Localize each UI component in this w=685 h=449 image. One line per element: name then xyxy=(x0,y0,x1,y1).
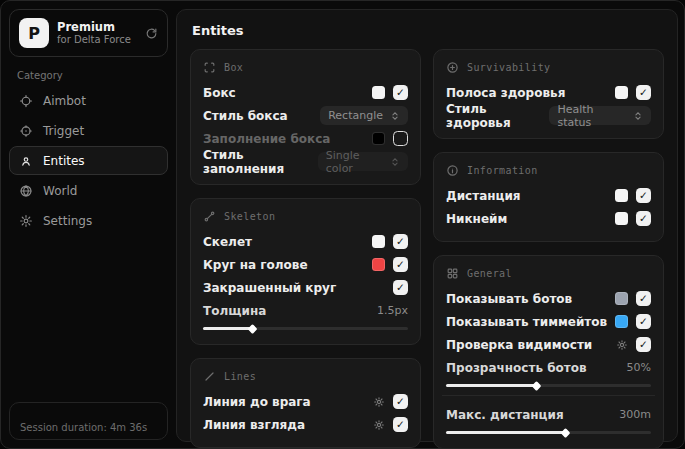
setting-label: Показывать ботов xyxy=(446,292,572,306)
checkbox[interactable] xyxy=(393,85,408,100)
row-controls xyxy=(372,234,408,249)
checkbox[interactable] xyxy=(393,257,408,272)
panel-information-header: Information xyxy=(446,164,651,177)
panel-title: Skeleton xyxy=(224,211,275,222)
checkbox[interactable] xyxy=(393,280,408,295)
row-settings-gear-icon[interactable] xyxy=(373,396,385,408)
checkbox[interactable] xyxy=(636,211,651,226)
panel-title: General xyxy=(467,268,512,279)
session-duration-text: Session duration: 4m 36s xyxy=(20,422,147,433)
row-controls xyxy=(615,211,651,226)
setting-row-head-circle: Круг на голове xyxy=(203,253,408,276)
select-value: Health status xyxy=(557,103,626,129)
slider-value: 1.5px xyxy=(377,304,408,317)
setting-label: Стиль здоровья xyxy=(446,102,549,130)
category-label: Category xyxy=(17,70,160,81)
setting-label: Проверка видимости xyxy=(446,338,592,352)
sidebar: P Premium for Delta Force Category Aimbo… xyxy=(1,1,176,448)
checkbox[interactable] xyxy=(393,394,408,409)
setting-label: Макс. дистанция xyxy=(446,408,564,422)
select-value: Rectangle xyxy=(328,109,383,122)
panel-title: Information xyxy=(467,165,538,176)
color-swatch[interactable] xyxy=(615,86,628,99)
setting-row-bot-opacity: Прозрачность ботов 50% xyxy=(446,356,651,379)
gear-icon xyxy=(19,214,33,228)
slider-fill xyxy=(446,431,565,434)
color-swatch[interactable] xyxy=(372,86,385,99)
box-style-select[interactable]: Rectangle xyxy=(320,106,408,125)
color-swatch[interactable] xyxy=(615,189,628,202)
session-duration-badge: Session duration: 4m 36s xyxy=(9,402,168,440)
panel-title: Lines xyxy=(224,371,256,382)
setting-label: Стиль бокса xyxy=(203,109,288,123)
setting-row-filled-circle: Закрашенный круг xyxy=(203,276,408,299)
setting-label: Показывать тиммейтов xyxy=(446,315,607,329)
setting-label: Стиль заполнения xyxy=(203,148,318,176)
color-swatch[interactable] xyxy=(372,132,385,145)
panel-title: Survivability xyxy=(467,62,550,73)
app-logo: P xyxy=(19,18,49,48)
row-controls xyxy=(372,257,408,272)
thickness-slider[interactable] xyxy=(203,327,408,330)
checkbox[interactable] xyxy=(636,291,651,306)
slider-value: 300m xyxy=(619,408,651,421)
checkbox[interactable] xyxy=(636,314,651,329)
setting-label: Круг на голове xyxy=(203,258,308,272)
color-swatch[interactable] xyxy=(615,315,628,328)
checkbox[interactable] xyxy=(393,131,408,146)
checkbox[interactable] xyxy=(636,85,651,100)
color-swatch[interactable] xyxy=(372,258,385,271)
row-controls xyxy=(615,291,651,306)
sidebar-item-label: Aimbot xyxy=(43,94,86,108)
health-style-select[interactable]: Health status xyxy=(549,106,651,125)
checkbox[interactable] xyxy=(636,188,651,203)
checkbox[interactable] xyxy=(636,337,651,352)
row-settings-gear-icon[interactable] xyxy=(373,419,385,431)
setting-label: Прозрачность ботов xyxy=(446,361,587,375)
sidebar-item-world[interactable]: World xyxy=(9,176,168,205)
setting-row-show-teammates: Показывать тиммейтов xyxy=(446,310,651,333)
panel-lines-header: Lines xyxy=(203,370,408,383)
slider-fill xyxy=(446,384,536,387)
row-settings-gear-icon[interactable] xyxy=(616,339,628,351)
color-swatch[interactable] xyxy=(372,235,385,248)
color-swatch[interactable] xyxy=(615,292,628,305)
color-swatch[interactable] xyxy=(615,212,628,225)
panel-lines: Lines Линия до врага xyxy=(190,358,421,448)
grid-icon xyxy=(446,267,459,280)
page-title: Entites xyxy=(192,23,662,38)
sidebar-item-entites[interactable]: Entites xyxy=(9,146,168,175)
sidebar-item-aimbot[interactable]: Aimbot xyxy=(9,86,168,115)
brand-title: Premium xyxy=(57,20,131,34)
setting-label: Полоса здоровья xyxy=(446,86,565,100)
brand-subtitle: for Delta Force xyxy=(57,34,131,47)
checkbox[interactable] xyxy=(393,417,408,432)
panel-general-header: General xyxy=(446,267,651,280)
sidebar-nav: Aimbot Trigget Entites xyxy=(9,86,168,235)
right-column: Survivability Полоса здоровья Стиль здор… xyxy=(433,49,664,449)
setting-row-distance: Дистанция xyxy=(446,184,651,207)
sidebar-item-settings[interactable]: Settings xyxy=(9,206,168,235)
max-distance-slider[interactable] xyxy=(446,431,651,434)
checkbox[interactable] xyxy=(393,234,408,249)
bot-opacity-slider[interactable] xyxy=(446,384,651,387)
panel-general: General Показывать ботов Показывать тимм… xyxy=(433,255,664,449)
refresh-icon[interactable] xyxy=(145,27,158,40)
box-corners-icon xyxy=(203,61,216,74)
setting-label: Закрашенный круг xyxy=(203,281,336,295)
diagonal-line-icon xyxy=(203,370,216,383)
slider-value: 50% xyxy=(627,361,651,374)
trigger-crosshair-icon xyxy=(19,124,33,138)
sidebar-item-trigget[interactable]: Trigget xyxy=(9,116,168,145)
panel-title: Box xyxy=(224,62,243,73)
chevron-up-down-icon xyxy=(390,157,400,167)
health-cross-icon xyxy=(446,61,459,74)
left-column: Box Бокс Стиль бокса Rectangle xyxy=(190,49,421,449)
setting-label: Заполнение бокса xyxy=(203,132,330,146)
setting-row-view-line: Линия взгляда xyxy=(203,413,408,436)
row-controls xyxy=(616,337,651,352)
cheat-menu-window: P Premium for Delta Force Category Aimbo… xyxy=(0,0,685,449)
setting-label: Линия взгляда xyxy=(203,418,305,432)
brand-text: Premium for Delta Force xyxy=(57,20,131,47)
fill-style-select[interactable]: Single color xyxy=(318,152,408,171)
